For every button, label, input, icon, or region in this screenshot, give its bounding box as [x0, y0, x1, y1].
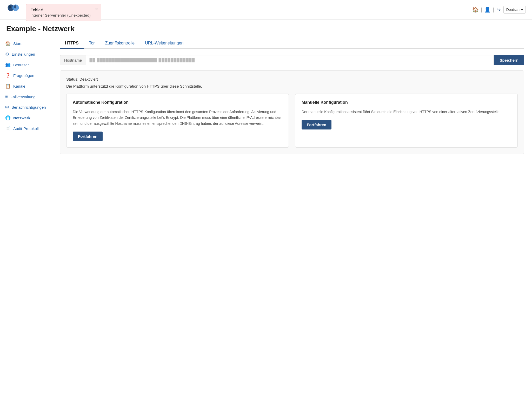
audit-icon: 📄 — [5, 126, 11, 131]
status-section: Status: Deaktiviert Die Plattform unters… — [60, 70, 524, 154]
logout-icon[interactable]: ↪ — [496, 6, 501, 13]
save-button[interactable]: Speichern — [494, 55, 524, 65]
tab-url-weiterleitungen[interactable]: URL-Weiterleitungen — [140, 38, 189, 49]
error-close-button[interactable]: × — [95, 6, 98, 12]
header-right: 🏠 | 👤 | ↪ Deutsch ▾ — [472, 6, 526, 14]
channels-icon: 📋 — [5, 83, 11, 89]
svg-point-3 — [14, 5, 16, 9]
sidebar-item-audit-protokoll[interactable]: 📄 Audit-Protokoll — [0, 123, 52, 134]
tab-zugriffskontrolle[interactable]: Zugriffskontrolle — [100, 38, 140, 49]
sidebar-item-netzwerk[interactable]: 🌐 Netzwerk — [0, 113, 52, 123]
tabs: HTTPS Tor Zugriffskontrolle URL-Weiterle… — [60, 38, 524, 49]
chevron-down-icon: ▾ — [521, 8, 523, 12]
hostname-label: Hostname — [60, 55, 86, 65]
sidebar-item-kanäle[interactable]: 📋 Kanäle — [0, 81, 52, 92]
mail-icon: ✉ — [5, 105, 9, 110]
page-title: Example - Netzwerk — [0, 20, 532, 33]
auto-config-body: Die Verwendung der automatischen HTTPS-K… — [73, 109, 282, 126]
error-message: Interner Serverfehler (Unexpected) — [30, 13, 91, 17]
config-cards: Automatische Konfiguration Die Verwendun… — [66, 94, 518, 148]
auto-config-card: Automatische Konfiguration Die Verwendun… — [66, 94, 289, 148]
manual-config-card: Manuelle Konfiguration Der manuelle Konf… — [295, 94, 518, 148]
help-icon: ❓ — [5, 73, 11, 78]
sidebar-item-benutzer[interactable]: 👥 Benutzer — [0, 60, 52, 70]
auto-config-proceed-button[interactable]: Fortfahren — [73, 132, 103, 141]
sidebar-item-benachrichtigungen[interactable]: ✉ Benachrichtigungen — [0, 102, 52, 113]
hostname-input[interactable] — [86, 55, 494, 65]
sidebar-item-fragebögen[interactable]: ❓ Fragebögen — [0, 70, 52, 81]
home-icon[interactable]: 🏠 — [472, 6, 479, 13]
manual-config-proceed-button[interactable]: Fortfahren — [302, 120, 331, 129]
settings-icon: ⚙ — [5, 51, 9, 57]
manual-config-body: Der manuelle Konfigurationsassistent füh… — [302, 109, 511, 115]
network-icon: 🌐 — [5, 115, 11, 121]
tab-tor[interactable]: Tor — [84, 38, 100, 49]
user-icon[interactable]: 👤 — [484, 6, 491, 13]
case-icon: ≡ — [5, 94, 8, 99]
svg-point-2 — [9, 5, 11, 9]
header: Fehler! Interner Serverfehler (Unexpecte… — [0, 0, 532, 20]
header-icons: 🏠 | 👤 | ↪ — [472, 6, 501, 13]
language-selector[interactable]: Deutsch ▾ — [503, 6, 526, 14]
sidebar-item-einstellungen[interactable]: ⚙ Einstellungen — [0, 49, 52, 60]
logo — [6, 3, 20, 17]
manual-config-title: Manuelle Konfiguration — [302, 100, 511, 105]
error-toast: Fehler! Interner Serverfehler (Unexpecte… — [26, 4, 101, 21]
users-icon: 👥 — [5, 62, 11, 68]
status-text: Status: Deaktiviert — [66, 77, 518, 81]
tab-https[interactable]: HTTPS — [60, 38, 84, 49]
status-description: Die Plattform unterstützt die Konfigurat… — [66, 84, 518, 88]
sidebar-item-start[interactable]: 🏠 Start — [0, 38, 52, 49]
main-content: HTTPS Tor Zugriffskontrolle URL-Weiterle… — [52, 33, 532, 416]
auto-config-title: Automatische Konfiguration — [73, 100, 282, 105]
home-icon: 🏠 — [5, 41, 11, 46]
layout: 🏠 Start ⚙ Einstellungen 👥 Benutzer ❓ Fra… — [0, 33, 532, 416]
hostname-row: Hostname Speichern — [60, 55, 524, 65]
sidebar-item-fallverwaltung[interactable]: ≡ Fallverwaltung — [0, 92, 52, 102]
sidebar: 🏠 Start ⚙ Einstellungen 👥 Benutzer ❓ Fra… — [0, 33, 52, 416]
error-title: Fehler! — [30, 8, 91, 12]
